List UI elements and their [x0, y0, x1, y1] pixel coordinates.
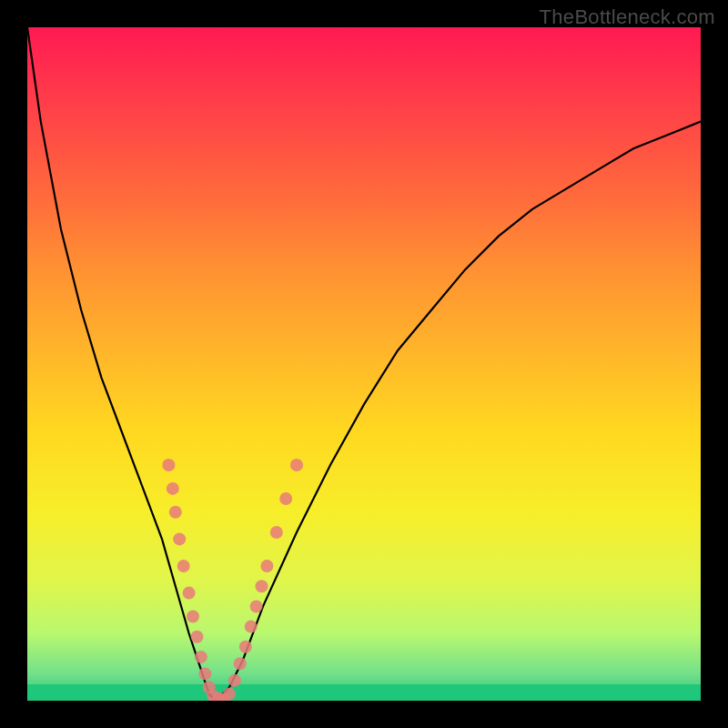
curve-marker — [187, 611, 199, 623]
curve-marker — [173, 532, 186, 545]
curve-marker — [198, 667, 211, 680]
curve-marker — [234, 657, 247, 670]
plot-area — [27, 27, 701, 701]
curve-marker — [223, 688, 236, 701]
curve-marker — [245, 621, 258, 633]
curve-marker — [279, 492, 292, 505]
curve-marker — [290, 459, 303, 471]
curve-marker — [183, 587, 196, 600]
curve-marker — [195, 651, 207, 663]
curve-marker — [177, 560, 190, 572]
curve-markers — [162, 459, 303, 701]
curve-marker — [260, 560, 273, 572]
watermark-caption: TheBottleneck.com — [540, 5, 715, 29]
curve-marker — [162, 459, 175, 471]
curve-path — [27, 27, 701, 701]
curve-marker — [228, 674, 241, 687]
curve-marker — [169, 506, 182, 519]
curve-marker — [191, 631, 204, 643]
curve-marker — [256, 580, 268, 592]
chart-frame: TheBottleneck.com — [0, 0, 728, 728]
curve-marker — [270, 526, 283, 539]
bottleneck-curve — [27, 27, 701, 701]
curve-marker — [167, 482, 179, 495]
curve-marker — [250, 600, 263, 612]
curve-marker — [239, 641, 252, 653]
chart-svg — [27, 27, 701, 701]
